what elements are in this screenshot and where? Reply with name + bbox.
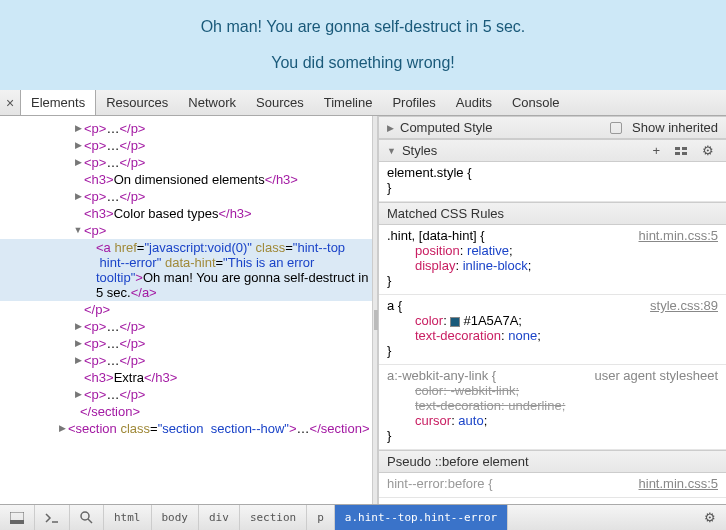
settings-gear-icon[interactable]: ⚙ [694,510,726,525]
close-brace: } [387,343,718,358]
pseudo-before-header: Pseudo ::before element [379,450,726,473]
dom-node[interactable]: <h3>On dimensioned elements</h3> [0,171,372,188]
devtools-tabbar: × ElementsResourcesNetworkSourcesTimelin… [0,90,726,116]
close-brace: } [387,273,718,288]
css-property[interactable]: text-decoration: none; [387,328,718,343]
show-inherited-checkbox[interactable] [610,122,622,134]
breadcrumb-item[interactable]: body [152,505,200,530]
dom-node-label: <p>…</p> [84,353,372,368]
source-link[interactable]: hint.min.css:5 [639,228,718,243]
disclosure-right-icon[interactable]: ▶ [72,138,84,150]
tab-audits[interactable]: Audits [446,90,502,115]
dom-node-label: </p> [84,302,372,317]
elements-panel[interactable]: ▶<p>…</p>▶<p>…</p>▶<p>…</p><h3>On dimens… [0,116,372,504]
disclosure-down-icon[interactable]: ▼ [387,146,396,156]
tab-sources[interactable]: Sources [246,90,314,115]
source-link[interactable]: hint.min.css:5 [639,476,718,491]
source-link[interactable]: style.css:89 [650,298,718,313]
search-icon[interactable] [70,505,104,530]
dom-node-label: <p> [84,223,372,238]
disclosure-right-icon[interactable]: ▶ [72,155,84,167]
dom-node[interactable]: ▶<p>…</p> [0,188,372,205]
svg-rect-3 [682,152,687,155]
element-style-rule[interactable]: element.style { } [379,162,726,202]
breadcrumb-item[interactable]: html [104,505,152,530]
pseudo-before-label: Pseudo ::before element [387,454,529,469]
css-property[interactable]: display: inline-block; [387,258,718,273]
disclosure-right-icon[interactable]: ▶ [72,121,84,133]
disclosure-right-icon[interactable]: ▶ [72,387,84,399]
panel-splitter[interactable] [372,116,378,504]
dom-node[interactable]: </p> [0,301,372,318]
new-style-rule-icon[interactable]: + [648,143,664,158]
breadcrumb-item[interactable]: a.hint--top.hint--error [335,505,508,530]
preview-text-2: You did something wrong! [271,54,455,72]
show-inherited-label: Show inherited [632,120,718,135]
tab-network[interactable]: Network [178,90,246,115]
spacer [72,206,84,208]
element-state-icon[interactable] [670,145,692,157]
css-rule[interactable]: a:-webkit-any-link {user agent styleshee… [379,365,726,450]
svg-rect-5 [10,520,24,524]
selector-text: a:-webkit-any-link { [387,368,594,383]
selector-text: hint--error:before { [387,476,639,491]
dom-node[interactable]: <h3>Color based types</h3> [0,205,372,222]
pseudo-rule-peek[interactable]: hint--error:before { hint.min.css:5 [379,473,726,498]
dom-node[interactable]: ▶<p>…</p> [0,120,372,137]
spacer [84,240,96,242]
dom-node-label: <p>…</p> [84,319,372,334]
tab-console[interactable]: Console [502,90,570,115]
tab-elements[interactable]: Elements [20,90,96,115]
disclosure-right-icon[interactable]: ▶ [72,189,84,201]
dom-node[interactable]: <a href="javascript:void(0)" class="hint… [0,239,372,301]
computed-style-header[interactable]: ▶ Computed Style Show inherited [379,116,726,139]
dock-icon[interactable] [0,505,35,530]
close-brace: } [387,180,718,195]
css-property[interactable]: position: relative; [387,243,718,258]
disclosure-down-icon[interactable]: ▼ [72,223,84,235]
selector-text: a { [387,298,650,313]
spacer [72,172,84,174]
breadcrumb-item[interactable]: div [199,505,240,530]
dom-node[interactable]: ▶<p>…</p> [0,335,372,352]
console-drawer-icon[interactable] [35,505,70,530]
svg-rect-1 [682,147,687,150]
color-swatch[interactable] [450,317,460,327]
dom-node[interactable]: ▶<section class="section section--how">…… [0,420,372,437]
dom-node[interactable]: ▶<p>…</p> [0,318,372,335]
css-rule[interactable]: a {style.css:89color: #1A5A7A;text-decor… [379,295,726,365]
svg-line-8 [88,519,92,523]
preview-text-1: Oh man! You are gonna self-destruct in 5… [201,18,526,36]
gear-icon[interactable]: ⚙ [698,143,718,158]
disclosure-right-icon[interactable]: ▶ [72,353,84,365]
tab-resources[interactable]: Resources [96,90,178,115]
dom-node-label: <a href="javascript:void(0)" class="hint… [96,240,372,300]
svg-point-7 [81,512,89,520]
dom-node-label: <section class="section section--how">…<… [68,421,372,436]
dom-node[interactable]: ▶<p>…</p> [0,386,372,403]
breadcrumb-item[interactable]: p [307,505,335,530]
tab-profiles[interactable]: Profiles [382,90,445,115]
styles-header[interactable]: ▼ Styles + ⚙ [379,139,726,162]
disclosure-right-icon[interactable]: ▶ [72,336,84,348]
disclosure-right-icon[interactable]: ▶ [56,421,68,433]
disclosure-right-icon[interactable]: ▶ [387,123,394,133]
dom-node[interactable]: <h3>Extra</h3> [0,369,372,386]
dom-node[interactable]: </section> [0,403,372,420]
css-property[interactable]: color: -webkit-link; [387,383,718,398]
close-icon[interactable]: × [0,95,20,111]
dom-node-label: <h3>Extra</h3> [84,370,372,385]
dom-node[interactable]: ▶<p>…</p> [0,154,372,171]
css-rule[interactable]: .hint, [data-hint] {hint.min.css:5positi… [379,225,726,295]
dom-node[interactable]: ▶<p>…</p> [0,352,372,369]
css-property[interactable]: color: #1A5A7A; [387,313,718,328]
styles-panel[interactable]: ▶ Computed Style Show inherited ▼ Styles… [378,116,726,504]
tab-timeline[interactable]: Timeline [314,90,383,115]
dom-node-label: </section> [80,404,372,419]
css-property[interactable]: text-decoration: underline; [387,398,718,413]
breadcrumb-item[interactable]: section [240,505,307,530]
css-property[interactable]: cursor: auto; [387,413,718,428]
disclosure-right-icon[interactable]: ▶ [72,319,84,331]
dom-node[interactable]: ▶<p>…</p> [0,137,372,154]
dom-node[interactable]: ▼<p> [0,222,372,239]
